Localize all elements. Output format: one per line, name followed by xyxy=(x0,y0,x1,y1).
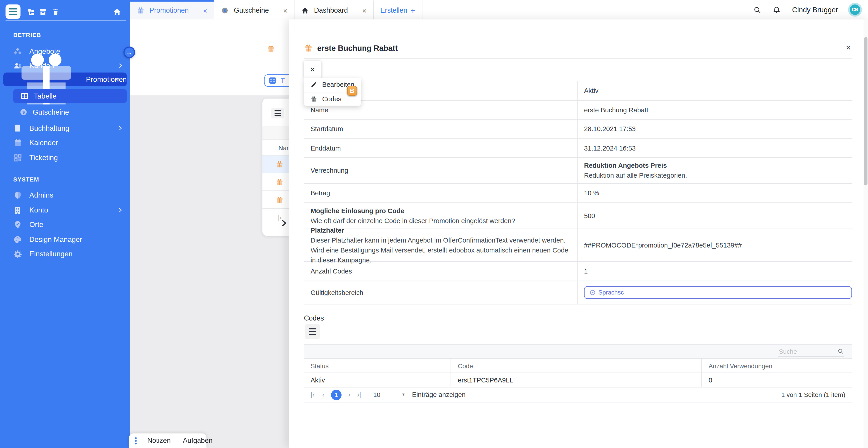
menu-close-button[interactable]: × xyxy=(304,61,321,78)
table-row: Enddatum 31.12.2024 16:53 xyxy=(304,139,852,158)
search-icon[interactable] xyxy=(837,348,844,354)
panel-title-row: erste Buchung Rabatt xyxy=(304,43,398,53)
gift-icon xyxy=(304,44,313,53)
codes-table: Status Code Anzahl Verwendungen Aktiv er… xyxy=(304,344,852,402)
page-prev-icon[interactable]: ‹ xyxy=(322,391,324,398)
codes-toolbar xyxy=(304,344,852,359)
tab-promotionen[interactable]: Promotionen × xyxy=(130,0,215,20)
gift-icon xyxy=(276,160,283,168)
sidebar-item-ticketing[interactable]: Ticketing xyxy=(0,150,130,165)
current-page-button[interactable]: 1 xyxy=(331,389,342,400)
title-divider xyxy=(304,58,852,59)
sidebar-collapse-button[interactable] xyxy=(5,4,20,19)
pagination-summary: 1 von 1 Seiten (1 item) xyxy=(781,391,845,398)
background-list-item[interactable] xyxy=(262,173,289,191)
code-value: erst1TPC5P6A9LL xyxy=(451,373,701,387)
gift-icon xyxy=(137,6,145,14)
tab-dashboard[interactable]: Dashboard × xyxy=(295,0,374,20)
codes-menu-button[interactable] xyxy=(305,324,320,339)
background-list-item[interactable] xyxy=(262,156,289,173)
map-pin-icon xyxy=(13,220,22,229)
column-header-status[interactable]: Status xyxy=(304,359,451,373)
home-icon[interactable] xyxy=(113,8,121,16)
search-icon[interactable] xyxy=(753,6,761,13)
close-tab-icon[interactable]: × xyxy=(362,6,367,15)
sidebar-item-promotionen[interactable]: Promotionen xyxy=(3,72,127,86)
codes-header-row: Status Code Anzahl Verwendungen xyxy=(304,359,852,373)
table-row: Betrag 10 % xyxy=(304,184,852,202)
sidebar-item-gutscheine[interactable]: Gutscheine xyxy=(0,105,130,120)
codes-section-heading: Codes xyxy=(304,314,324,322)
avatar[interactable]: CB xyxy=(850,4,860,15)
topbar-actions: Cindy Brugger CB xyxy=(753,0,860,20)
tab-erstellen[interactable]: Erstellen + xyxy=(374,0,422,20)
home-icon xyxy=(301,6,309,14)
user-name[interactable]: Cindy Brugger xyxy=(792,5,838,14)
codes-pagination: |‹ ‹ 1 › ›| 10 ▼ Einträge anzeigen 1 von… xyxy=(304,387,852,402)
background-list-item[interactable] xyxy=(262,191,289,209)
tasks-button[interactable]: Aufgaben xyxy=(177,437,219,445)
notifications-bell-icon[interactable] xyxy=(773,6,780,13)
resize-arrows-icon: ↔ xyxy=(126,49,132,56)
chevron-right-icon xyxy=(118,63,123,68)
chevron-right-icon xyxy=(118,126,123,131)
column-header-code[interactable]: Code xyxy=(451,359,701,373)
gift-icon xyxy=(276,178,283,186)
page-last-icon[interactable]: ›| xyxy=(357,391,361,398)
gift-icon xyxy=(311,96,317,102)
qr-code-icon xyxy=(13,153,22,162)
background-table-toolbar xyxy=(262,126,289,140)
panel-close-icon[interactable]: × xyxy=(846,43,850,52)
close-tab-icon[interactable]: × xyxy=(203,6,207,15)
table-row: Name erste Buchung Rabatt xyxy=(304,101,852,120)
radio-icon xyxy=(590,290,595,295)
code-usage-count: 0 xyxy=(702,373,852,387)
table-row: Platzhalter Dieser Platzhalter kann in j… xyxy=(304,229,852,262)
tab-gutscheine[interactable]: Gutscheine × xyxy=(215,0,295,20)
page-first-icon[interactable]: |‹ xyxy=(311,391,314,398)
archive-icon[interactable] xyxy=(39,8,47,16)
close-tab-icon[interactable]: × xyxy=(283,6,287,15)
table-grid-icon xyxy=(269,76,277,85)
trash-icon[interactable] xyxy=(52,8,60,16)
chevron-down-icon xyxy=(115,77,120,82)
page-title: erste Buchung Rabatt xyxy=(317,44,398,53)
panel-expand-chevron[interactable] xyxy=(280,218,288,228)
column-header-verwendungen[interactable]: Anzahl Verwendungen xyxy=(702,359,852,373)
kebab-dots-icon[interactable] xyxy=(135,437,137,444)
background-view-toggle-button[interactable]: T xyxy=(264,74,289,87)
table-row: Gültigkeitsbereich Sprachsc xyxy=(304,281,852,305)
palette-icon xyxy=(13,235,22,244)
gift-icon xyxy=(267,45,275,53)
caret-down-icon: ▼ xyxy=(401,392,405,396)
table-row: Verrechnung Reduktion Angebots Preis Red… xyxy=(304,158,852,184)
sidebar-item-tabelle[interactable]: Tabelle xyxy=(13,89,127,103)
sidebar-item-admins[interactable]: Admins xyxy=(0,188,130,202)
sitemap-icon[interactable] xyxy=(27,8,35,16)
sidebar: BETRIEB Angebote Kunden Promotionen Tabe… xyxy=(0,0,130,448)
app-root: BETRIEB Angebote Kunden Promotionen Tabe… xyxy=(0,0,868,448)
voucher-badge-icon xyxy=(20,108,28,117)
sidebar-resize-handle[interactable]: ↔ xyxy=(123,46,135,58)
tab-bar: Promotionen × Gutscheine × Dashboard × E… xyxy=(130,0,868,20)
sidebar-item-buchhaltung[interactable]: Buchhaltung xyxy=(0,121,130,136)
notes-button[interactable]: Notizen xyxy=(141,437,177,445)
scrollbar-thumb[interactable] xyxy=(864,37,868,185)
search-input[interactable] xyxy=(778,347,835,355)
pencil-icon xyxy=(311,82,317,88)
shield-icon xyxy=(13,191,22,200)
page-next-icon[interactable]: › xyxy=(348,391,350,398)
gear-icon xyxy=(13,249,22,258)
book-icon xyxy=(13,124,22,132)
background-menu-button[interactable] xyxy=(271,108,284,119)
sidebar-item-orte[interactable]: Orte xyxy=(0,217,130,232)
page-size-select[interactable]: 10 ▼ xyxy=(373,389,405,400)
voucher-badge-icon xyxy=(221,6,229,14)
sidebar-item-einstellungen[interactable]: Einstellungen xyxy=(0,246,130,261)
sidebar-item-design-manager[interactable]: Design Manager xyxy=(0,232,130,247)
sidebar-item-konto[interactable]: Konto xyxy=(0,202,130,218)
sidebar-item-kalender[interactable]: Kalender xyxy=(0,135,130,150)
table-row: Anzahl Codes 1 xyxy=(304,262,852,281)
scope-chip[interactable]: Sprachsc xyxy=(584,286,852,299)
sidebar-section-betrieb: BETRIEB xyxy=(13,32,41,38)
